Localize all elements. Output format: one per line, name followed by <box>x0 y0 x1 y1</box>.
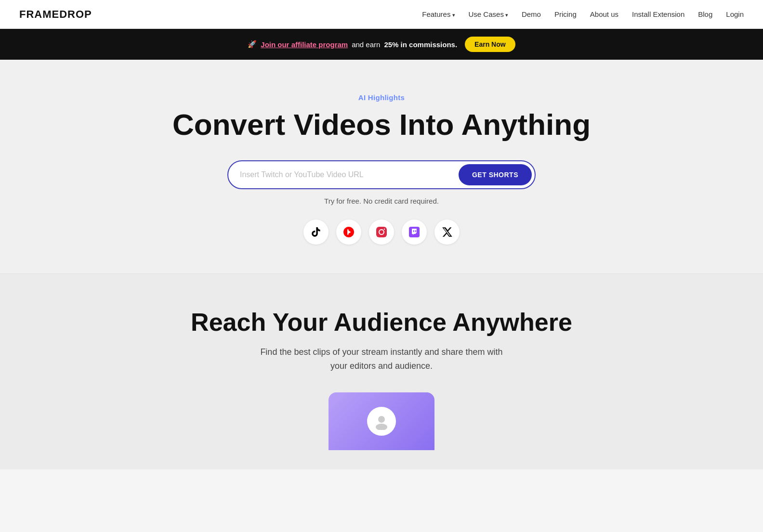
hero-section: AI Highlights Convert Videos Into Anythi… <box>0 60 763 274</box>
nav-link-install-extension[interactable]: Install Extension <box>632 10 684 18</box>
svg-rect-0 <box>347 229 349 235</box>
banner-middle-text: and earn <box>352 40 380 49</box>
nav-link-features[interactable]: Features <box>422 10 455 18</box>
earn-now-button[interactable]: Earn Now <box>465 37 515 52</box>
svg-point-8 <box>376 424 387 430</box>
nav-link-login[interactable]: Login <box>726 10 744 18</box>
instagram-icon[interactable] <box>369 220 394 245</box>
nav-link-use-cases[interactable]: Use Cases <box>469 10 508 18</box>
url-input[interactable] <box>240 170 459 179</box>
site-logo[interactable]: FRAMEDROP <box>19 8 92 21</box>
nav-link-pricing[interactable]: Pricing <box>554 10 577 18</box>
affiliate-link-text[interactable]: Join our affiliate program <box>261 40 348 49</box>
hero-title: Convert Videos Into Anything <box>10 108 753 141</box>
get-shorts-button[interactable]: GET SHORTS <box>459 164 532 185</box>
tiktok-icon[interactable] <box>303 220 329 245</box>
preview-avatar <box>367 407 396 436</box>
banner-commission-text: 25% in commissions. <box>384 40 457 49</box>
nav-item-login[interactable]: Login <box>726 10 744 19</box>
rocket-icon: 🚀 <box>248 40 257 49</box>
svg-point-3 <box>384 229 385 230</box>
twitter-x-icon[interactable] <box>434 220 460 245</box>
try-free-text: Try for free. No credit card required. <box>10 197 753 205</box>
nav-link-blog[interactable]: Blog <box>698 10 712 18</box>
svg-rect-6 <box>415 230 416 232</box>
svg-rect-1 <box>376 227 387 237</box>
navbar: FRAMEDROP Features Use Cases Demo Pricin… <box>0 0 763 29</box>
reach-title: Reach Your Audience Anywhere <box>10 308 753 337</box>
hero-subtitle: AI Highlights <box>10 93 753 102</box>
social-icons-row <box>10 220 753 245</box>
nav-item-about-us[interactable]: About us <box>590 10 618 19</box>
nav-item-use-cases[interactable]: Use Cases <box>469 10 508 19</box>
nav-item-pricing[interactable]: Pricing <box>554 10 577 19</box>
reach-section: Reach Your Audience Anywhere Find the be… <box>0 274 763 469</box>
svg-point-7 <box>378 416 385 423</box>
nav-link-demo[interactable]: Demo <box>522 10 541 18</box>
nav-link-about-us[interactable]: About us <box>590 10 618 18</box>
affiliate-banner: 🚀 Join our affiliate program and earn 25… <box>0 29 763 60</box>
svg-rect-5 <box>413 230 414 232</box>
preview-image-placeholder <box>329 392 434 450</box>
reach-description: Find the best clips of your stream insta… <box>251 345 512 373</box>
twitch-icon[interactable] <box>402 220 427 245</box>
youtube-shorts-icon[interactable] <box>336 220 361 245</box>
url-form: GET SHORTS <box>227 160 536 189</box>
nav-links: Features Use Cases Demo Pricing About us… <box>422 10 744 19</box>
nav-item-blog[interactable]: Blog <box>698 10 712 19</box>
nav-item-features[interactable]: Features <box>422 10 455 19</box>
nav-item-install-extension[interactable]: Install Extension <box>632 10 684 19</box>
nav-item-demo[interactable]: Demo <box>522 10 541 19</box>
